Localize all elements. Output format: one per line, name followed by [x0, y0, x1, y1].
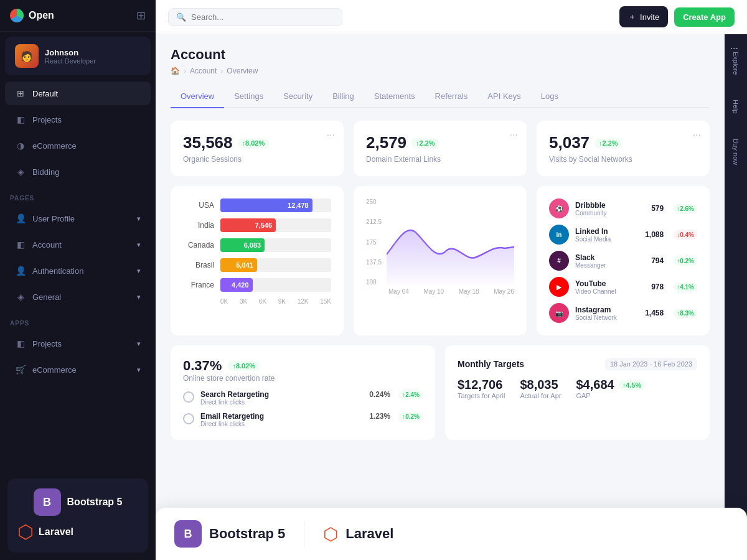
- social-icon: in: [549, 225, 569, 245]
- sidebar-item-ecommerce[interactable]: ◑ eCommerce: [5, 134, 151, 157]
- chevron-down-icon: ▾: [137, 267, 141, 275]
- sidebar-item-label: Projects: [32, 339, 62, 348]
- monthly-actual: $8,035 Actual for Apr: [520, 378, 561, 399]
- bootstrap-logo: B: [34, 488, 61, 516]
- social-name: YouTube: [575, 279, 645, 288]
- breadcrumb-account[interactable]: Account: [190, 67, 217, 75]
- social-sub: Social Media: [575, 236, 639, 243]
- sidebar-item-default[interactable]: ⊞ Default: [5, 82, 151, 105]
- retarget-name: Search Retargeting: [200, 390, 363, 399]
- social-change: ↑0.2%: [674, 256, 697, 266]
- stat-label: Visits by Social Networks: [549, 155, 697, 164]
- tab-statements[interactable]: Statements: [364, 85, 425, 108]
- stat-menu-icon[interactable]: ···: [510, 129, 518, 141]
- sidebar-icon-button[interactable]: ⊞: [136, 9, 146, 22]
- tabs: Overview Settings Security Billing State…: [171, 85, 710, 108]
- sidebar-item-authentication[interactable]: 👤 Authentication ▾: [5, 259, 151, 282]
- social-icon: #: [549, 251, 569, 271]
- sidebar-item-bidding[interactable]: ◈ Bidding: [5, 160, 151, 184]
- create-app-button[interactable]: Create App: [674, 7, 735, 27]
- general-icon: ◈: [15, 291, 26, 302]
- conversion-badge: ↑8.02%: [228, 361, 260, 371]
- chevron-down-icon: ▾: [137, 293, 141, 301]
- gap-badge: ↑4.5%: [618, 380, 646, 390]
- social-icon: ⚽: [549, 198, 569, 218]
- chevron-down-icon: ▾: [137, 366, 141, 374]
- sidebar-item-label: Account: [32, 240, 62, 250]
- stats-grid: ··· 35,568 ↑8.02% Organic Sessions ··· 2…: [171, 121, 710, 176]
- sidebar-item-account[interactable]: ◧ Account ▾: [5, 233, 151, 256]
- search-box[interactable]: 🔍: [168, 8, 342, 26]
- search-icon: 🔍: [176, 12, 186, 22]
- framework-banner: B Bootstrap 5 ⬡ Laravel: [156, 508, 747, 560]
- sidebar-item-projects-app[interactable]: ◧ Projects ▾: [5, 332, 151, 355]
- tab-api-keys[interactable]: API Keys: [477, 85, 530, 108]
- social-count: 794: [651, 256, 664, 265]
- social-sub: Social Network: [575, 314, 639, 321]
- social-sub: Messanger: [575, 262, 645, 269]
- help-button[interactable]: Help: [728, 95, 743, 119]
- social-row: ▶ YouTube Video Channel 978 ↑4.1%: [549, 277, 697, 297]
- social-change: ↑4.1%: [674, 282, 697, 292]
- stat-menu-icon[interactable]: ···: [327, 129, 335, 141]
- retarget-badge: ↑0.2%: [399, 412, 423, 421]
- sidebar-item-projects[interactable]: ◧ Projects: [5, 108, 151, 131]
- sidebar-item-ecommerce-app[interactable]: 🛒 eCommerce ▾: [5, 358, 151, 381]
- sidebar-item-label: eCommerce: [32, 365, 77, 375]
- retarget-row: Email Retargeting Direct link clicks 1.2…: [183, 412, 423, 427]
- stat-organic-sessions: ··· 35,568 ↑8.02% Organic Sessions: [171, 121, 344, 176]
- bar-chart-card: USA 12,478 India 7,546 Canada 6,083 Bras…: [171, 186, 344, 335]
- divider: [304, 521, 304, 546]
- topbar: 🔍 ＋ Invite Create App: [156, 0, 747, 34]
- content-area: Account 🏠 › Account › Overview Overview …: [156, 34, 747, 560]
- bar-track: 12,478: [220, 198, 331, 212]
- social-count: 1,088: [645, 230, 664, 239]
- bar-track: 6,083: [220, 238, 331, 252]
- page-title: Account: [171, 47, 710, 63]
- tab-referrals[interactable]: Referrals: [425, 85, 478, 108]
- page-wrapper: 🔍 ＋ Invite Create App Account 🏠 › Accoun…: [156, 0, 747, 560]
- projects-app-icon: ◧: [15, 338, 26, 349]
- social-sub: Video Channel: [575, 288, 645, 295]
- framework-banner-sidebar: B Bootstrap 5 ⬡ Laravel: [7, 478, 148, 553]
- app-logo[interactable]: Open: [10, 9, 54, 22]
- chart-x-labels: May 04 May 10 May 18 May 26: [366, 288, 514, 295]
- sidebar-item-general[interactable]: ◈ General ▾: [5, 285, 151, 309]
- tab-billing[interactable]: Billing: [322, 85, 364, 108]
- tab-logs[interactable]: Logs: [531, 85, 568, 108]
- bidding-icon: ◈: [15, 166, 26, 177]
- social-list: ⚽ Dribbble Community 579 ↑2.6% in Linked…: [549, 198, 697, 323]
- social-name: Linked In: [575, 227, 639, 236]
- invite-button[interactable]: ＋ Invite: [619, 6, 668, 27]
- bar-label: India: [183, 221, 214, 230]
- home-icon: 🏠: [171, 67, 180, 75]
- buy-now-button[interactable]: Buy now: [728, 134, 743, 170]
- breadcrumb: 🏠 › Account › Overview: [171, 67, 710, 75]
- bootstrap-item: B Bootstrap 5: [174, 520, 285, 548]
- user-profile-icon: 👤: [15, 213, 26, 224]
- bootstrap-name: Bootstrap 5: [209, 526, 285, 542]
- retarget-info: Search Retargeting Direct link clicks: [200, 390, 363, 406]
- retarget-name: Email Retargeting: [200, 412, 363, 421]
- chevron-down-icon: ▾: [137, 241, 141, 249]
- laravel-icon: ⬡: [323, 524, 338, 544]
- laravel-logo: ⬡: [17, 521, 34, 543]
- social-icon: ▶: [549, 277, 569, 297]
- search-input[interactable]: [191, 12, 334, 22]
- sidebar-item-label: Authentication: [32, 266, 83, 276]
- default-icon: ⊞: [15, 88, 26, 99]
- sidebar-item-user-profile[interactable]: 👤 User Profile ▾: [5, 207, 151, 230]
- tab-security[interactable]: Security: [273, 85, 322, 108]
- retarget-icon: [183, 413, 194, 424]
- chevron-down-icon: ▾: [137, 215, 141, 223]
- retarget-sub: Direct link clicks: [200, 421, 363, 427]
- tab-overview[interactable]: Overview: [171, 85, 224, 108]
- retarget-badge: ↑2.4%: [399, 390, 423, 399]
- stat-menu-icon[interactable]: ···: [693, 129, 701, 141]
- retarget-sub: Direct link clicks: [200, 399, 363, 406]
- user-card[interactable]: 🧑 Johnson React Developer: [5, 37, 151, 75]
- tab-settings[interactable]: Settings: [224, 85, 273, 108]
- laravel-name: Laravel: [39, 526, 73, 538]
- stat-label: Domain External Links: [366, 155, 514, 164]
- plus-icon: ＋: [628, 11, 636, 22]
